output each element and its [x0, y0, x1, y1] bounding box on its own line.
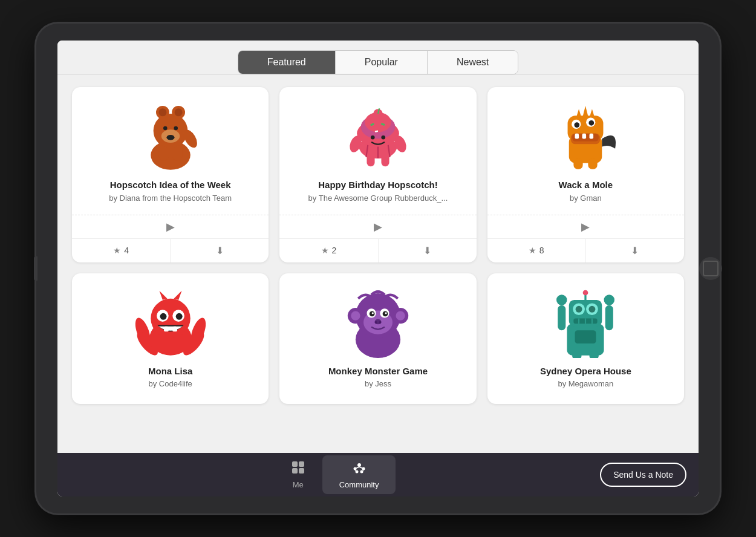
tab-featured[interactable]: Featured	[238, 51, 336, 74]
download-button[interactable]: ⬇	[586, 239, 684, 262]
svg-rect-98	[299, 468, 304, 474]
card-illustration	[543, 285, 628, 358]
svg-point-78	[556, 295, 567, 305]
svg-point-9	[163, 126, 168, 131]
me-icon	[291, 460, 305, 478]
svg-rect-92	[590, 351, 599, 358]
svg-point-84	[576, 305, 582, 312]
svg-point-79	[604, 295, 614, 305]
svg-point-7	[174, 108, 182, 116]
nav-tab-me[interactable]: Me	[274, 455, 322, 494]
content-area: Hopscotch Idea of the Week by Diana from…	[57, 75, 699, 453]
svg-point-71	[372, 312, 374, 314]
card-illustration	[336, 99, 420, 172]
card-title: Wack a Mole	[559, 179, 613, 191]
svg-rect-45	[588, 158, 598, 169]
card-author: by Jess	[365, 379, 391, 388]
svg-point-26	[371, 135, 375, 140]
card-title: Sydney Opera House	[540, 365, 631, 377]
download-button[interactable]: ⬇	[171, 239, 269, 262]
tab-popular[interactable]: Popular	[336, 51, 428, 74]
svg-point-99	[357, 463, 361, 467]
tablet-home-button[interactable]	[699, 257, 722, 280]
send-note-button[interactable]: Send Us a Note	[600, 463, 686, 487]
svg-rect-96	[299, 461, 304, 467]
bottom-nav: Me	[57, 453, 699, 496]
svg-rect-97	[292, 468, 298, 474]
star-count[interactable]: ★ 4	[72, 239, 171, 262]
download-icon: ⬇	[631, 245, 639, 256]
star-count[interactable]: ★ 2	[279, 239, 378, 262]
svg-rect-44	[574, 158, 583, 169]
svg-marker-53	[174, 290, 181, 299]
tablet-side-button	[34, 256, 37, 281]
card-illustration	[128, 285, 213, 358]
svg-point-38	[589, 120, 595, 126]
svg-marker-52	[159, 290, 167, 299]
svg-point-11	[166, 135, 174, 140]
card-sydney-opera[interactable]: Sydney Opera House by Megawoman	[487, 273, 684, 405]
card-grid: Hopscotch Idea of the Week by Diana from…	[72, 87, 684, 404]
star-icon: ★	[113, 246, 121, 255]
svg-point-94	[583, 290, 588, 295]
svg-rect-90	[575, 330, 596, 343]
svg-rect-43	[590, 134, 594, 139]
star-count[interactable]: ★ 8	[487, 239, 586, 262]
star-icon: ★	[321, 246, 329, 255]
svg-rect-77	[605, 305, 613, 330]
card-author: by Gman	[570, 194, 602, 203]
card-author: by Diana from the Hopscotch Team	[109, 194, 232, 203]
svg-rect-58	[164, 326, 169, 331]
nav-tabs: Me	[274, 455, 396, 494]
card-title: Monkey Monster Game	[328, 365, 428, 377]
svg-point-74	[375, 321, 377, 323]
tab-group: Featured Popular Newest	[238, 50, 519, 74]
download-button[interactable]: ⬇	[379, 239, 477, 262]
play-button[interactable]: ▶	[581, 220, 590, 233]
svg-point-51	[151, 298, 190, 337]
download-icon: ⬇	[216, 245, 224, 256]
svg-marker-31	[583, 106, 588, 116]
card-author: by The Awesome Group Rubberduck_...	[308, 194, 448, 203]
svg-point-63	[351, 311, 360, 320]
svg-rect-41	[575, 134, 579, 139]
community-icon	[352, 460, 367, 478]
card-illustration	[128, 99, 213, 172]
nav-tab-community-label: Community	[339, 480, 379, 489]
card-monkey-monster[interactable]: Monkey Monster Game by Jess	[279, 273, 476, 405]
svg-rect-59	[172, 326, 177, 331]
card-happy-birthday[interactable]: Happy Birthday Hopscotch! by The Awesome…	[279, 87, 476, 262]
svg-point-65	[396, 311, 405, 320]
svg-point-10	[174, 126, 178, 131]
svg-point-56	[160, 313, 166, 319]
svg-rect-91	[573, 351, 582, 358]
top-bar: Featured Popular Newest	[57, 41, 699, 75]
svg-point-57	[175, 313, 182, 319]
card-title: Mona Lisa	[148, 365, 192, 377]
card-author: by Megawoman	[558, 379, 613, 388]
star-icon: ★	[529, 246, 536, 255]
nav-tab-me-label: Me	[293, 480, 304, 489]
tab-newest[interactable]: Newest	[428, 51, 518, 74]
svg-point-72	[385, 312, 386, 314]
svg-point-85	[589, 305, 596, 312]
play-button[interactable]: ▶	[166, 220, 175, 233]
svg-rect-95	[292, 461, 298, 467]
card-illustration	[543, 99, 628, 172]
play-button[interactable]: ▶	[374, 220, 382, 233]
svg-point-6	[158, 108, 166, 116]
nav-tab-community[interactable]: Community	[322, 455, 396, 494]
download-icon: ⬇	[423, 245, 431, 256]
card-title: Happy Birthday Hopscotch!	[318, 179, 438, 191]
svg-point-27	[381, 135, 385, 140]
card-author: by Code4life	[149, 379, 192, 388]
card-wack-a-mole[interactable]: Wack a Mole by Gman ▶ ★ 8 ⬇	[487, 87, 684, 262]
card-title: Hopscotch Idea of the Week	[110, 179, 231, 191]
svg-point-37	[575, 122, 580, 128]
svg-point-75	[379, 321, 381, 323]
card-mona-lisa[interactable]: Mona Lisa by Code4life	[72, 273, 269, 405]
card-illustration	[336, 285, 420, 358]
card-hopscotch-idea[interactable]: Hopscotch Idea of the Week by Diana from…	[72, 87, 269, 262]
tablet: Featured Popular Newest	[36, 24, 720, 513]
svg-rect-42	[582, 134, 587, 139]
